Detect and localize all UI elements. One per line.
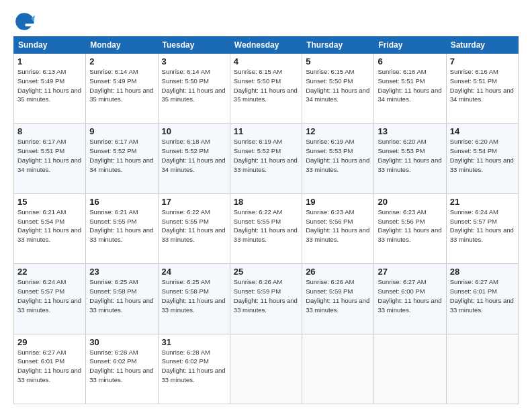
calendar-cell: 31 Sunrise: 6:28 AMSunset: 6:02 PMDaylig… [158,334,230,404]
page: SundayMondayTuesdayWednesdayThursdayFrid… [0,0,532,411]
day-info: Sunrise: 6:15 AMSunset: 5:50 PMDaylight:… [234,68,298,103]
calendar-cell: 13 Sunrise: 6:20 AMSunset: 5:53 PMDaylig… [374,124,446,193]
calendar-cell: 2 Sunrise: 6:14 AMSunset: 5:49 PMDayligh… [86,54,158,124]
day-info: Sunrise: 6:27 AMSunset: 6:01 PMDaylight:… [450,278,514,313]
logo [13,11,38,32]
day-info: Sunrise: 6:20 AMSunset: 5:53 PMDaylight:… [378,138,441,173]
calendar-cell [446,334,518,404]
day-info: Sunrise: 6:21 AMSunset: 5:55 PMDaylight:… [89,208,153,243]
day-number: 3 [162,56,226,66]
day-number: 10 [162,126,226,136]
calendar-table: SundayMondayTuesdayWednesdayThursdayFrid… [13,36,519,404]
calendar-cell: 10 Sunrise: 6:18 AMSunset: 5:52 PMDaylig… [158,124,230,193]
calendar-cell: 30 Sunrise: 6:28 AMSunset: 6:02 PMDaylig… [86,334,158,404]
weekday-header-wednesday: Wednesday [230,37,302,54]
day-number: 19 [306,197,370,207]
day-number: 29 [17,337,82,347]
day-number: 17 [162,197,226,207]
calendar-cell [230,334,302,404]
day-info: Sunrise: 6:21 AMSunset: 5:54 PMDaylight:… [17,208,81,243]
calendar-cell: 28 Sunrise: 6:27 AMSunset: 6:01 PMDaylig… [446,264,518,334]
day-info: Sunrise: 6:25 AMSunset: 5:58 PMDaylight:… [89,278,153,313]
day-info: Sunrise: 6:25 AMSunset: 5:58 PMDaylight:… [162,278,226,313]
day-info: Sunrise: 6:28 AMSunset: 6:02 PMDaylight:… [162,349,226,383]
day-number: 21 [450,197,515,207]
calendar-cell: 5 Sunrise: 6:15 AMSunset: 5:50 PMDayligh… [302,54,374,124]
day-info: Sunrise: 6:14 AMSunset: 5:49 PMDaylight:… [89,68,153,103]
day-number: 13 [378,126,442,136]
day-info: Sunrise: 6:23 AMSunset: 5:56 PMDaylight:… [378,208,441,243]
calendar-cell: 18 Sunrise: 6:22 AMSunset: 5:55 PMDaylig… [230,193,302,263]
day-number: 27 [378,267,442,277]
day-number: 14 [450,126,515,136]
day-number: 15 [17,197,82,207]
calendar-cell: 15 Sunrise: 6:21 AMSunset: 5:54 PMDaylig… [14,193,86,263]
calendar-cell: 4 Sunrise: 6:15 AMSunset: 5:50 PMDayligh… [230,54,302,124]
day-number: 9 [89,126,154,136]
day-number: 5 [306,56,370,66]
day-info: Sunrise: 6:13 AMSunset: 5:49 PMDaylight:… [17,68,81,103]
day-number: 1 [17,56,82,66]
calendar-cell: 26 Sunrise: 6:26 AMSunset: 5:59 PMDaylig… [302,264,374,334]
day-number: 16 [89,197,154,207]
day-number: 20 [378,197,442,207]
calendar-cell: 22 Sunrise: 6:24 AMSunset: 5:57 PMDaylig… [14,264,86,334]
day-number: 11 [234,126,298,136]
day-number: 28 [450,267,515,277]
day-info: Sunrise: 6:26 AMSunset: 5:59 PMDaylight:… [306,278,369,313]
day-info: Sunrise: 6:16 AMSunset: 5:51 PMDaylight:… [450,68,514,103]
header [13,11,519,32]
day-number: 25 [234,267,298,277]
day-info: Sunrise: 6:15 AMSunset: 5:50 PMDaylight:… [306,68,369,103]
calendar-cell: 20 Sunrise: 6:23 AMSunset: 5:56 PMDaylig… [374,193,446,263]
day-info: Sunrise: 6:24 AMSunset: 5:57 PMDaylight:… [450,208,514,243]
day-number: 4 [234,56,298,66]
day-info: Sunrise: 6:27 AMSunset: 6:01 PMDaylight:… [17,349,81,383]
day-number: 6 [378,56,442,66]
day-info: Sunrise: 6:17 AMSunset: 5:51 PMDaylight:… [17,138,81,173]
day-info: Sunrise: 6:26 AMSunset: 5:59 PMDaylight:… [234,278,298,313]
logo-icon [13,11,35,32]
day-info: Sunrise: 6:19 AMSunset: 5:53 PMDaylight:… [306,138,369,173]
day-number: 22 [17,267,82,277]
day-info: Sunrise: 6:17 AMSunset: 5:52 PMDaylight:… [89,138,153,173]
weekday-header-row: SundayMondayTuesdayWednesdayThursdayFrid… [14,37,519,54]
day-number: 23 [89,267,154,277]
day-info: Sunrise: 6:24 AMSunset: 5:57 PMDaylight:… [17,278,81,313]
calendar-cell: 8 Sunrise: 6:17 AMSunset: 5:51 PMDayligh… [14,124,86,193]
day-number: 31 [162,337,226,347]
weekday-header-thursday: Thursday [302,37,374,54]
calendar-cell: 19 Sunrise: 6:23 AMSunset: 5:56 PMDaylig… [302,193,374,263]
calendar-cell: 29 Sunrise: 6:27 AMSunset: 6:01 PMDaylig… [14,334,86,404]
weekday-header-saturday: Saturday [446,37,518,54]
weekday-header-friday: Friday [374,37,446,54]
day-number: 18 [234,197,298,207]
day-info: Sunrise: 6:27 AMSunset: 6:00 PMDaylight:… [378,278,441,313]
day-info: Sunrise: 6:20 AMSunset: 5:54 PMDaylight:… [450,138,514,173]
day-info: Sunrise: 6:23 AMSunset: 5:56 PMDaylight:… [306,208,369,243]
calendar-cell: 1 Sunrise: 6:13 AMSunset: 5:49 PMDayligh… [14,54,86,124]
calendar-cell: 14 Sunrise: 6:20 AMSunset: 5:54 PMDaylig… [446,124,518,193]
day-info: Sunrise: 6:22 AMSunset: 5:55 PMDaylight:… [162,208,226,243]
day-number: 12 [306,126,370,136]
calendar-cell: 23 Sunrise: 6:25 AMSunset: 5:58 PMDaylig… [86,264,158,334]
calendar-cell [302,334,374,404]
calendar-cell: 17 Sunrise: 6:22 AMSunset: 5:55 PMDaylig… [158,193,230,263]
day-info: Sunrise: 6:28 AMSunset: 6:02 PMDaylight:… [89,349,153,383]
weekday-header-tuesday: Tuesday [158,37,230,54]
calendar-cell [374,334,446,404]
weekday-header-monday: Monday [86,37,158,54]
calendar-cell: 12 Sunrise: 6:19 AMSunset: 5:53 PMDaylig… [302,124,374,193]
day-number: 7 [450,56,515,66]
day-info: Sunrise: 6:22 AMSunset: 5:55 PMDaylight:… [234,208,298,243]
calendar-cell: 6 Sunrise: 6:16 AMSunset: 5:51 PMDayligh… [374,54,446,124]
calendar-cell: 3 Sunrise: 6:14 AMSunset: 5:50 PMDayligh… [158,54,230,124]
calendar-cell: 7 Sunrise: 6:16 AMSunset: 5:51 PMDayligh… [446,54,518,124]
calendar-cell: 27 Sunrise: 6:27 AMSunset: 6:00 PMDaylig… [374,264,446,334]
calendar-cell: 16 Sunrise: 6:21 AMSunset: 5:55 PMDaylig… [86,193,158,263]
calendar-cell: 21 Sunrise: 6:24 AMSunset: 5:57 PMDaylig… [446,193,518,263]
calendar-cell: 9 Sunrise: 6:17 AMSunset: 5:52 PMDayligh… [86,124,158,193]
calendar-cell: 25 Sunrise: 6:26 AMSunset: 5:59 PMDaylig… [230,264,302,334]
calendar-cell: 11 Sunrise: 6:19 AMSunset: 5:52 PMDaylig… [230,124,302,193]
day-info: Sunrise: 6:16 AMSunset: 5:51 PMDaylight:… [378,68,441,103]
